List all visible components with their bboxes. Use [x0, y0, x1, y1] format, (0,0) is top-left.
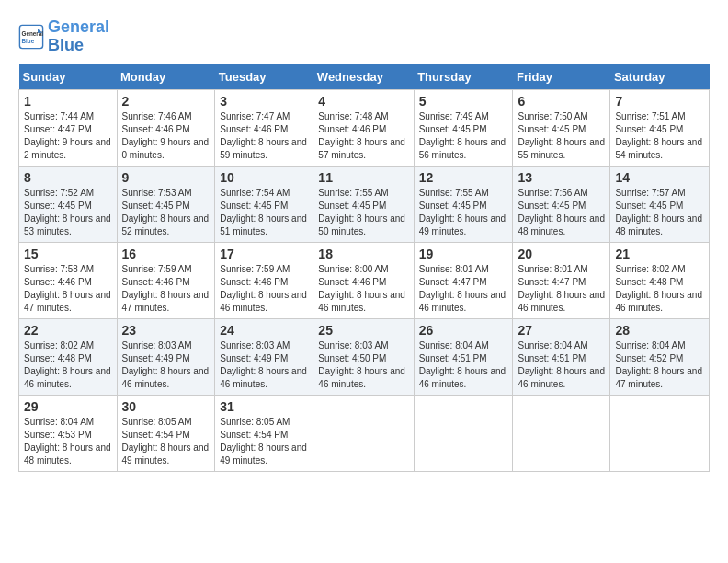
logo-icon: General Blue: [18, 24, 44, 50]
week-row-4: 22 Sunrise: 8:02 AM Sunset: 4:48 PM Dayl…: [19, 318, 710, 395]
day-number: 21: [615, 247, 704, 261]
svg-rect-0: [19, 25, 42, 48]
calendar-cell: 14 Sunrise: 7:57 AM Sunset: 4:45 PM Dayl…: [610, 166, 710, 242]
day-number: 16: [122, 247, 210, 261]
day-number: 12: [419, 170, 508, 185]
calendar-cell: 1 Sunrise: 7:44 AM Sunset: 4:47 PM Dayli…: [19, 89, 118, 166]
day-header-sunday: Sunday: [19, 64, 118, 90]
day-info: Sunrise: 7:52 AM Sunset: 4:45 PM Dayligh…: [24, 187, 112, 238]
calendar-cell: 24 Sunrise: 8:03 AM Sunset: 4:49 PM Dayl…: [215, 318, 313, 395]
calendar-cell: 27 Sunrise: 8:04 AM Sunset: 4:51 PM Dayl…: [513, 318, 610, 395]
day-header-saturday: Saturday: [610, 64, 710, 90]
calendar-cell: 2 Sunrise: 7:46 AM Sunset: 4:46 PM Dayli…: [117, 89, 215, 166]
days-header-row: SundayMondayTuesdayWednesdayThursdayFrid…: [19, 64, 710, 90]
day-info: Sunrise: 7:55 AM Sunset: 4:45 PM Dayligh…: [419, 187, 508, 238]
calendar-table: SundayMondayTuesdayWednesdayThursdayFrid…: [18, 64, 710, 472]
day-info: Sunrise: 8:05 AM Sunset: 4:54 PM Dayligh…: [122, 416, 210, 467]
day-number: 27: [518, 323, 605, 338]
day-number: 1: [24, 94, 112, 109]
day-number: 28: [615, 323, 704, 338]
week-row-1: 1 Sunrise: 7:44 AM Sunset: 4:47 PM Dayli…: [19, 89, 710, 166]
day-number: 30: [122, 399, 210, 414]
calendar-cell: 17 Sunrise: 7:59 AM Sunset: 4:46 PM Dayl…: [215, 242, 313, 318]
calendar-cell: 5 Sunrise: 7:49 AM Sunset: 4:45 PM Dayli…: [414, 89, 513, 166]
calendar-cell: 4 Sunrise: 7:48 AM Sunset: 4:46 PM Dayli…: [313, 89, 414, 166]
calendar-cell: 23 Sunrise: 8:03 AM Sunset: 4:49 PM Dayl…: [117, 318, 215, 395]
calendar-cell: 21 Sunrise: 8:02 AM Sunset: 4:48 PM Dayl…: [610, 242, 710, 318]
day-number: 2: [122, 94, 210, 109]
day-number: 6: [518, 94, 605, 109]
header: General Blue GeneralBlue: [18, 18, 710, 55]
calendar-cell: 7 Sunrise: 7:51 AM Sunset: 4:45 PM Dayli…: [610, 89, 710, 166]
calendar-cell: 8 Sunrise: 7:52 AM Sunset: 4:45 PM Dayli…: [19, 166, 118, 242]
day-number: 7: [615, 94, 704, 109]
day-info: Sunrise: 7:58 AM Sunset: 4:46 PM Dayligh…: [24, 263, 112, 315]
day-number: 15: [24, 247, 112, 261]
day-number: 3: [220, 94, 308, 109]
calendar-cell: [414, 395, 513, 471]
calendar-cell: 15 Sunrise: 7:58 AM Sunset: 4:46 PM Dayl…: [19, 242, 118, 318]
calendar-cell: 25 Sunrise: 8:03 AM Sunset: 4:50 PM Dayl…: [313, 318, 414, 395]
calendar-cell: 12 Sunrise: 7:55 AM Sunset: 4:45 PM Dayl…: [414, 166, 513, 242]
day-info: Sunrise: 7:48 AM Sunset: 4:46 PM Dayligh…: [318, 110, 408, 162]
day-info: Sunrise: 7:53 AM Sunset: 4:45 PM Dayligh…: [122, 187, 210, 238]
day-info: Sunrise: 7:57 AM Sunset: 4:45 PM Dayligh…: [615, 187, 704, 238]
day-number: 26: [419, 323, 508, 338]
day-info: Sunrise: 7:56 AM Sunset: 4:45 PM Dayligh…: [518, 187, 605, 238]
day-number: 31: [220, 399, 308, 414]
day-header-friday: Friday: [513, 64, 610, 90]
calendar-cell: 26 Sunrise: 8:04 AM Sunset: 4:51 PM Dayl…: [414, 318, 513, 395]
calendar-cell: [610, 395, 710, 471]
day-info: Sunrise: 8:04 AM Sunset: 4:51 PM Dayligh…: [419, 339, 508, 391]
calendar-cell: 3 Sunrise: 7:47 AM Sunset: 4:46 PM Dayli…: [215, 89, 313, 166]
day-number: 8: [24, 170, 112, 185]
day-number: 5: [419, 94, 508, 109]
day-info: Sunrise: 8:04 AM Sunset: 4:51 PM Dayligh…: [518, 339, 605, 391]
day-info: Sunrise: 7:59 AM Sunset: 4:46 PM Dayligh…: [220, 263, 308, 315]
day-header-thursday: Thursday: [414, 64, 513, 90]
day-number: 4: [318, 94, 408, 109]
day-number: 17: [220, 247, 308, 261]
day-number: 23: [122, 323, 210, 338]
day-number: 9: [122, 170, 210, 185]
calendar-cell: 28 Sunrise: 8:04 AM Sunset: 4:52 PM Dayl…: [610, 318, 710, 395]
day-number: 19: [419, 247, 508, 261]
day-info: Sunrise: 7:54 AM Sunset: 4:45 PM Dayligh…: [220, 187, 308, 238]
day-number: 14: [615, 170, 704, 185]
day-info: Sunrise: 8:03 AM Sunset: 4:49 PM Dayligh…: [122, 339, 210, 391]
day-info: Sunrise: 7:55 AM Sunset: 4:45 PM Dayligh…: [318, 187, 408, 238]
day-number: 20: [518, 247, 605, 261]
day-info: Sunrise: 7:46 AM Sunset: 4:46 PM Dayligh…: [122, 110, 210, 162]
calendar-cell: 20 Sunrise: 8:01 AM Sunset: 4:47 PM Dayl…: [513, 242, 610, 318]
day-info: Sunrise: 8:01 AM Sunset: 4:47 PM Dayligh…: [419, 263, 508, 315]
day-number: 24: [220, 323, 308, 338]
day-info: Sunrise: 7:44 AM Sunset: 4:47 PM Dayligh…: [24, 110, 112, 162]
calendar-cell: 18 Sunrise: 8:00 AM Sunset: 4:46 PM Dayl…: [313, 242, 414, 318]
calendar-cell: 30 Sunrise: 8:05 AM Sunset: 4:54 PM Dayl…: [117, 395, 215, 471]
day-number: 10: [220, 170, 308, 185]
week-row-2: 8 Sunrise: 7:52 AM Sunset: 4:45 PM Dayli…: [19, 166, 710, 242]
day-info: Sunrise: 8:00 AM Sunset: 4:46 PM Dayligh…: [318, 263, 408, 315]
day-number: 11: [318, 170, 408, 185]
day-number: 22: [24, 323, 112, 338]
day-info: Sunrise: 8:02 AM Sunset: 4:48 PM Dayligh…: [615, 263, 704, 315]
calendar-cell: 6 Sunrise: 7:50 AM Sunset: 4:45 PM Dayli…: [513, 89, 610, 166]
logo: General Blue GeneralBlue: [18, 18, 109, 55]
day-info: Sunrise: 8:03 AM Sunset: 4:50 PM Dayligh…: [318, 339, 408, 391]
day-info: Sunrise: 8:05 AM Sunset: 4:54 PM Dayligh…: [220, 416, 308, 467]
day-header-tuesday: Tuesday: [215, 64, 313, 90]
calendar-cell: 16 Sunrise: 7:59 AM Sunset: 4:46 PM Dayl…: [117, 242, 215, 318]
day-header-monday: Monday: [117, 64, 215, 90]
logo-name: GeneralBlue: [48, 18, 109, 55]
calendar-cell: 13 Sunrise: 7:56 AM Sunset: 4:45 PM Dayl…: [513, 166, 610, 242]
day-info: Sunrise: 8:04 AM Sunset: 4:53 PM Dayligh…: [24, 416, 112, 467]
day-header-wednesday: Wednesday: [313, 64, 414, 90]
calendar-cell: 9 Sunrise: 7:53 AM Sunset: 4:45 PM Dayli…: [117, 166, 215, 242]
day-number: 29: [24, 399, 112, 414]
calendar-cell: [513, 395, 610, 471]
week-row-5: 29 Sunrise: 8:04 AM Sunset: 4:53 PM Dayl…: [19, 395, 710, 471]
day-info: Sunrise: 7:51 AM Sunset: 4:45 PM Dayligh…: [615, 110, 704, 162]
day-number: 25: [318, 323, 408, 338]
calendar-cell: 31 Sunrise: 8:05 AM Sunset: 4:54 PM Dayl…: [215, 395, 313, 471]
day-info: Sunrise: 8:02 AM Sunset: 4:48 PM Dayligh…: [24, 339, 112, 391]
